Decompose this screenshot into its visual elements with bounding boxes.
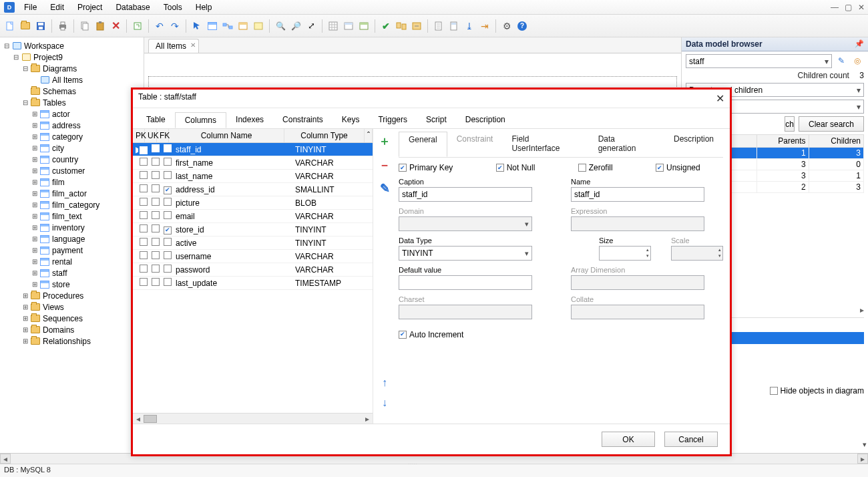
prop-tab-constraint[interactable]: Constraint	[447, 132, 503, 157]
close-icon[interactable]: ✕	[716, 92, 724, 105]
expand-icon[interactable]: ⊞	[31, 178, 38, 186]
compare-icon[interactable]	[394, 18, 409, 34]
expand-icon[interactable]: ⊞	[21, 315, 29, 322]
column-row[interactable]: email VARCHAR	[133, 210, 373, 223]
editor-tab-triggers[interactable]: Triggers	[369, 112, 417, 128]
editor-tab-constraints[interactable]: Constraints	[273, 112, 333, 128]
expand-icon[interactable]: ⊞	[31, 156, 38, 163]
view-icon[interactable]	[236, 18, 250, 34]
datatype-select[interactable]: TINYINT	[399, 246, 532, 261]
col-name[interactable]: Column Name	[169, 129, 284, 142]
editor-tab-table[interactable]: Table	[137, 112, 175, 128]
table-tool-icon[interactable]	[205, 18, 220, 34]
expand-icon[interactable]: ⊞	[31, 190, 38, 197]
tree-table-language[interactable]: language	[52, 234, 85, 244]
scroll-left-icon[interactable]: ◂	[0, 454, 11, 464]
auto-increment-checkbox[interactable]: Auto Increment	[399, 330, 463, 339]
uk-checkbox[interactable]	[152, 144, 160, 152]
tree-workspace[interactable]: Workspace	[24, 41, 64, 51]
expand-icon[interactable]: ⊞	[31, 281, 38, 288]
col-pk[interactable]: PK	[133, 129, 145, 142]
grid3-icon[interactable]	[357, 18, 371, 34]
import-icon[interactable]: ⤓	[462, 18, 477, 34]
pk-checkbox[interactable]	[140, 251, 148, 259]
menu-project[interactable]: Project	[71, 1, 109, 13]
tree-table-film_actor[interactable]: film_actor	[52, 189, 87, 198]
menu-tools[interactable]: Tools	[157, 1, 189, 13]
editor-tab-script[interactable]: Script	[417, 112, 456, 128]
expand-icon[interactable]: ⊞	[31, 201, 38, 208]
tree-all-items[interactable]: All Items	[52, 75, 83, 85]
pk-checkbox[interactable]	[140, 265, 148, 273]
pk-checkbox[interactable]	[140, 184, 148, 192]
ok-button[interactable]: OK	[602, 432, 655, 447]
column-row[interactable]: last_update TIMESTAMP	[133, 277, 373, 290]
uk-checkbox[interactable]	[152, 265, 160, 273]
zoom-in-icon[interactable]: 🔍	[273, 18, 288, 34]
uk-checkbox[interactable]	[152, 184, 160, 192]
expand-icon[interactable]: ⊞	[31, 122, 38, 129]
tree-schemas[interactable]: Schemas	[43, 87, 76, 96]
delete-icon[interactable]: ✕	[108, 18, 123, 34]
fk-checkbox[interactable]	[164, 251, 172, 259]
uk-checkbox[interactable]	[152, 198, 160, 206]
column-row[interactable]: store_id TINYINT	[133, 223, 373, 236]
uk-checkbox[interactable]	[152, 238, 160, 246]
search-button[interactable]: ch	[785, 116, 795, 132]
tree-table-actor[interactable]: actor	[52, 110, 70, 119]
tree-project[interactable]: Project9	[33, 53, 63, 62]
paste-icon[interactable]	[93, 18, 107, 34]
fk-checkbox[interactable]	[164, 158, 172, 166]
primary-key-checkbox[interactable]: Primary Key	[399, 163, 476, 172]
tree-views[interactable]: Views	[43, 303, 64, 312]
expand-icon[interactable]: ⊞	[31, 133, 38, 140]
editor-tab-description[interactable]: Description	[456, 112, 515, 128]
cancel-button[interactable]: Cancel	[664, 432, 718, 447]
redo-icon[interactable]: ↷	[168, 18, 182, 34]
tree-table-inventory[interactable]: inventory	[52, 223, 85, 232]
column-row[interactable]: password VARCHAR	[133, 263, 373, 277]
expand-icon[interactable]: ⊞	[31, 247, 38, 254]
expand-icon[interactable]: ⊞	[21, 303, 29, 311]
expand-icon[interactable]: ⊞	[31, 224, 38, 231]
fk-checkbox[interactable]	[164, 211, 172, 219]
close-icon[interactable]: ✕	[855, 1, 868, 13]
tree-diagrams[interactable]: Diagrams	[43, 64, 77, 73]
tree-sequences[interactable]: Sequences	[43, 314, 83, 323]
column-row[interactable]: active TINYINT	[133, 236, 373, 250]
grid1-icon[interactable]	[326, 18, 341, 34]
minimize-icon[interactable]: —	[828, 1, 841, 13]
tree-procedures[interactable]: Procedures	[43, 291, 83, 301]
column-row[interactable]: last_name VARCHAR	[133, 170, 373, 183]
default-input[interactable]	[399, 275, 532, 290]
fk-checkbox[interactable]	[164, 238, 172, 246]
grid2-icon[interactable]	[341, 18, 356, 34]
col-type[interactable]: Column Type	[284, 129, 365, 142]
uk-checkbox[interactable]	[152, 224, 160, 232]
column-row[interactable]: ▶ staff_id TINYINT	[133, 143, 373, 156]
help-icon[interactable]: ?	[515, 18, 529, 34]
prop-tab-data-generation[interactable]: Data generation	[589, 132, 664, 157]
tree-table-payment[interactable]: payment	[52, 246, 83, 255]
fk-checkbox[interactable]	[164, 226, 172, 234]
collapse-icon[interactable]: ⊟	[12, 53, 19, 61]
refresh-icon[interactable]	[130, 18, 145, 34]
prop-tab-general[interactable]: General	[399, 132, 447, 157]
zerofill-checkbox[interactable]: Zerofill	[578, 163, 636, 172]
uk-checkbox[interactable]	[152, 171, 160, 179]
move-up-icon[interactable]: ↑	[382, 377, 387, 389]
locate-icon[interactable]: ◎	[851, 54, 864, 67]
pk-checkbox[interactable]	[140, 278, 148, 286]
name-input[interactable]: staff_id	[571, 187, 704, 202]
caption-input[interactable]: staff_id	[399, 187, 532, 202]
tree-table-staff[interactable]: staff	[52, 269, 67, 278]
copy-icon[interactable]	[77, 18, 92, 34]
undo-icon[interactable]: ↶	[152, 18, 167, 34]
add-column-icon[interactable]: ＋	[379, 133, 391, 149]
tree-table-rental[interactable]: rental	[52, 257, 72, 267]
tree-table-store[interactable]: store	[52, 280, 70, 289]
expand-icon[interactable]: ⊟	[21, 99, 29, 106]
uk-checkbox[interactable]	[152, 158, 160, 166]
uk-checkbox[interactable]	[152, 278, 160, 286]
editor-tab-indexes[interactable]: Indexes	[226, 112, 273, 128]
